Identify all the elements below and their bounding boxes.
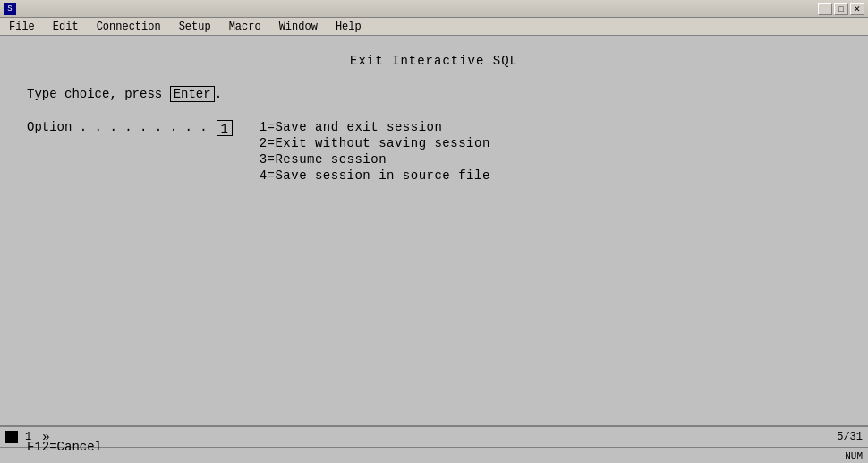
prompt-end: . — [215, 87, 222, 101]
choice-2: 2=Exit without saving session — [260, 136, 490, 150]
close-button[interactable]: ✕ — [850, 3, 864, 15]
status-bar: 1 » 5/31 — [0, 425, 868, 447]
status-icon — [5, 431, 18, 443]
screen-area: Exit Interactive SQL Type choice, press … — [0, 36, 868, 425]
option-input[interactable]: 1 — [217, 120, 233, 136]
status-position: 5/31 — [837, 431, 863, 443]
title-bar-controls: _ □ ✕ — [818, 3, 864, 15]
option-label: Option . . . . . . . . . — [27, 120, 208, 134]
screen-title: Exit Interactive SQL — [27, 54, 841, 68]
main-content: Exit Interactive SQL Type choice, press … — [0, 36, 868, 463]
menu-setup[interactable]: Setup — [174, 20, 217, 34]
menu-macro[interactable]: Macro — [224, 20, 267, 34]
enter-key: Enter — [170, 86, 215, 102]
menu-file[interactable]: File — [4, 20, 40, 34]
bottom-bar: NUM — [0, 447, 868, 463]
choice-4: 4=Save session in source file — [260, 168, 490, 183]
options-list: 1=Save and exit session 2=Exit without s… — [260, 120, 490, 183]
choice-3: 3=Resume session — [260, 152, 490, 167]
menu-edit[interactable]: Edit — [47, 20, 84, 34]
menu-bar: File Edit Connection Setup Macro Window … — [0, 18, 868, 36]
num-lock-indicator: NUM — [845, 450, 863, 461]
maximize-button[interactable]: □ — [834, 3, 848, 15]
menu-connection[interactable]: Connection — [91, 20, 166, 34]
title-bar: S _ □ ✕ — [0, 0, 868, 18]
cancel-hint: F12=Cancel — [27, 440, 102, 454]
prompt-text: Type choice, press — [27, 87, 162, 101]
minimize-button[interactable]: _ — [818, 3, 832, 15]
app-icon: S — [4, 3, 16, 15]
option-row: Option . . . . . . . . . 1 1=Save and ex… — [27, 120, 841, 183]
choice-1: 1=Save and exit session — [260, 120, 490, 134]
menu-window[interactable]: Window — [274, 20, 323, 34]
prompt-line: Type choice, press Enter. — [27, 86, 841, 102]
title-bar-left: S — [4, 3, 20, 15]
menu-help[interactable]: Help — [330, 20, 367, 34]
